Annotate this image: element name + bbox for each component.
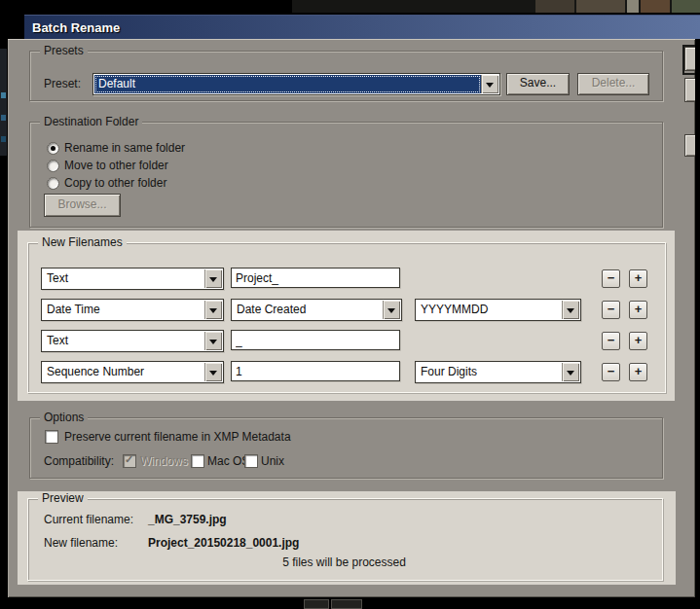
row1-remove-button[interactable]: −	[602, 269, 620, 288]
row4-type-dropdown[interactable]: Sequence Number	[41, 361, 224, 383]
destination-folder-group: Destination Folder	[29, 122, 663, 228]
compatibility-unix-label: Unix	[261, 454, 284, 468]
background-thumbnail	[672, 0, 700, 13]
background-thumbnail	[641, 0, 670, 13]
row4-remove-button[interactable]: −	[602, 363, 620, 381]
frame-right-edge	[695, 39, 700, 597]
background-thumbnail-strip	[292, 0, 700, 13]
compatibility-windows-label: Windows	[140, 454, 188, 468]
radio-move-label: Move to other folder	[64, 159, 168, 172]
check-icon: ✓	[125, 453, 133, 466]
row3-type-dropdown[interactable]: Text	[41, 330, 224, 352]
row1-add-button[interactable]: +	[629, 269, 647, 288]
compatibility-label: Compatibility:	[44, 454, 114, 468]
dropdown-arrow-icon[interactable]	[562, 301, 579, 319]
row3-text-input[interactable]	[231, 330, 400, 350]
compatibility-macos-label: Mac OS	[207, 454, 249, 468]
compatibility-windows-checkbox: ✓	[123, 454, 136, 468]
row4-sequence-start-input[interactable]	[231, 361, 400, 381]
preserve-filename-label: Preserve current filename in XMP Metadat…	[64, 430, 291, 444]
background-icon	[1, 136, 6, 142]
background-icon	[1, 115, 6, 121]
new-filenames-group-label: New Filenames	[38, 235, 127, 249]
row4-add-button[interactable]: +	[629, 363, 647, 381]
background-widget	[331, 599, 362, 609]
row2-category-dropdown[interactable]: Date Created	[231, 299, 402, 321]
dialog-title: Batch Rename	[32, 20, 120, 35]
dropdown-arrow-icon[interactable]	[204, 301, 222, 319]
compatibility-macos-checkbox[interactable]	[191, 454, 204, 468]
dropdown-arrow-icon[interactable]	[562, 363, 579, 381]
presets-group-label: Presets	[40, 44, 88, 57]
row2-remove-button[interactable]: −	[602, 301, 620, 319]
row2-type-dropdown[interactable]: Date Time	[41, 299, 224, 321]
destination-folder-group-label: Destination Folder	[40, 115, 142, 128]
background-thumbnail	[535, 0, 574, 13]
options-group-label: Options	[40, 411, 88, 424]
dropdown-arrow-icon[interactable]	[204, 332, 222, 350]
row1-text-input[interactable]	[231, 268, 400, 288]
dialog-titlebar[interactable]: Batch Rename	[24, 15, 700, 41]
row3-add-button[interactable]: +	[629, 332, 647, 350]
options-group: Options	[29, 417, 663, 479]
preset-selected-value: Default	[94, 75, 481, 93]
radio-move-to-other-folder[interactable]	[47, 160, 59, 172]
dropdown-arrow-icon[interactable]	[204, 269, 222, 288]
screenshot-stage: Batch Rename Presets Preset: Default Sav…	[0, 0, 700, 609]
preset-dropdown[interactable]: Default	[92, 73, 500, 95]
row2-add-button[interactable]: +	[629, 301, 647, 319]
current-filename-label: Current filename:	[44, 513, 133, 526]
browse-button: Browse...	[44, 194, 121, 217]
delete-button: Delete...	[577, 73, 649, 95]
background-thumbnail	[576, 0, 625, 13]
row1-type-dropdown[interactable]: Text	[41, 268, 224, 290]
dropdown-arrow-icon[interactable]	[481, 75, 498, 93]
radio-rename-in-same-folder[interactable]	[47, 142, 59, 155]
compatibility-unix-checkbox[interactable]	[244, 454, 258, 468]
radio-copy-to-other-folder[interactable]	[47, 177, 59, 190]
save-button[interactable]: Save...	[506, 73, 570, 95]
radio-rename-label: Rename in same folder	[64, 141, 185, 155]
row2-format-dropdown[interactable]: YYYYMMDD	[415, 299, 581, 321]
row3-remove-button[interactable]: −	[602, 332, 620, 350]
radio-copy-label: Copy to other folder	[64, 176, 166, 190]
dropdown-arrow-icon[interactable]	[204, 363, 222, 381]
background-thumbnail	[627, 0, 639, 13]
new-filename-label: New filename:	[44, 536, 118, 550]
preview-group-label: Preview	[38, 491, 88, 505]
dropdown-arrow-icon[interactable]	[383, 301, 400, 319]
preserve-filename-checkbox[interactable]	[45, 430, 58, 444]
new-filename-value: Project_20150218_0001.jpg	[148, 536, 299, 550]
files-processed-note: 5 files will be processed	[27, 555, 661, 569]
preset-label: Preset:	[44, 77, 81, 90]
background-icon	[1, 92, 6, 98]
background-widget	[304, 599, 329, 609]
current-filename-value: _MG_3759.jpg	[148, 513, 227, 526]
row4-digits-dropdown[interactable]: Four Digits	[415, 361, 581, 383]
